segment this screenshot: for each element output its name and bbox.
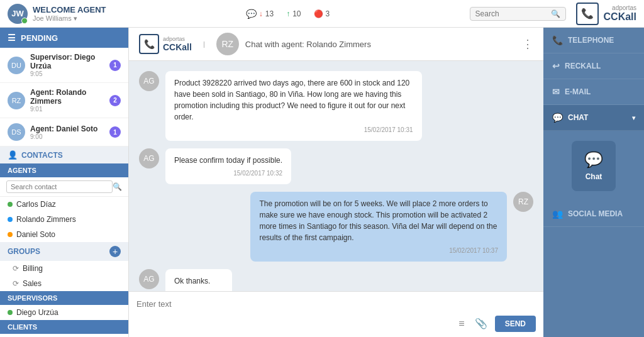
agents-header: AGENTS	[0, 163, 128, 177]
message-row-1: AG Product 3928220 arrived two days ago,…	[139, 71, 533, 141]
header-search[interactable]: 🔍	[470, 7, 566, 21]
chat-toolbar: ≡ 📎 SEND	[136, 315, 536, 332]
message-row-2: AG Please confirm today if possible. 15/…	[139, 148, 533, 184]
chat-logo-sub: adportas	[163, 36, 192, 42]
list-tool-button[interactable]: ≡	[456, 316, 467, 332]
right-nav-chat[interactable]: 💬 CHAT ▾	[543, 105, 644, 131]
social-icon: 👥	[552, 209, 563, 219]
pending-time-1: 9:05	[30, 70, 109, 77]
logo-area: adportas CCKall	[604, 4, 636, 23]
chat-logo-icon: 📞	[139, 34, 159, 54]
agents-label: AGENTS	[8, 167, 36, 174]
chat-agent-avatar: RZ	[216, 33, 239, 55]
email-icon: ✉	[552, 87, 560, 97]
contact-dot-2	[8, 217, 13, 222]
groups-header: GROUPS +	[0, 242, 128, 261]
clients-label: CLIENTS	[8, 323, 37, 331]
search-box[interactable]: 🔍	[0, 177, 128, 197]
contact-name-1: Carlos Díaz	[16, 200, 56, 209]
contacts-header: 👤 CONTACTS	[0, 146, 128, 163]
no-clients-text: No connected customers	[0, 334, 128, 337]
chat-header-left: 📞 adportas CCKall | RZ Chat with agent: …	[139, 33, 371, 55]
contact-item-3[interactable]: Daniel Soto	[0, 227, 128, 242]
message-bubble-2: Please confirm today if possible. 15/02/…	[165, 148, 291, 184]
chat-nav-label: CHAT	[568, 113, 588, 122]
search-contact-icon: 🔍	[113, 182, 122, 191]
chat-nav-arrow: ▾	[632, 114, 635, 121]
chat-logo: 📞 adportas CCKall	[139, 34, 192, 54]
header-stats: 💬 ↓ 13 ↑ 10 🔴 3	[106, 9, 470, 19]
groups-label: GROUPS	[8, 247, 40, 256]
right-nav-email[interactable]: ✉ E-MAIL	[543, 79, 644, 105]
chat-title: Chat with agent: Rolando Zimmers	[245, 40, 371, 49]
supervisors-header: SUPERVISORS	[0, 291, 128, 305]
pending-avatar-1: DU	[8, 57, 25, 74]
attach-tool-button[interactable]: 📎	[472, 315, 490, 332]
chat-widget-area: 💬 Chat	[543, 131, 644, 201]
pending-badge-3: 1	[109, 126, 121, 138]
add-group-button[interactable]: +	[109, 246, 121, 257]
social-label: SOCIAL MEDIA	[568, 209, 623, 218]
right-nav-social[interactable]: 👥 SOCIAL MEDIA	[543, 201, 644, 227]
chat-widget-label: Chat	[586, 172, 602, 181]
message-time-1: 15/02/2017 10:31	[174, 125, 413, 135]
message-row-4: AG Ok thanks. 15/02/2017 10:38	[139, 269, 533, 291]
pending-time-3: 9:00	[30, 133, 109, 140]
contact-dot-1	[8, 202, 13, 207]
group-item-1[interactable]: ⟳ Billing	[0, 261, 128, 276]
status-dot	[21, 18, 28, 24]
search-input[interactable]	[475, 9, 551, 18]
chat-more-button[interactable]: ⋮	[522, 37, 533, 51]
agent-name: WELCOME AGENT	[33, 5, 106, 14]
send-button[interactable]: SEND	[495, 316, 536, 332]
group-item-2[interactable]: ⟳ Sales	[0, 276, 128, 291]
chat-header: 📞 adportas CCKall | RZ Chat with agent: …	[129, 28, 543, 61]
supervisors-label: SUPERVISORS	[8, 294, 57, 302]
search-icon: 🔍	[551, 9, 560, 18]
message-avatar-4: AG	[139, 269, 159, 289]
alert-icon: 🔴	[314, 9, 323, 18]
message-time-3: 15/02/2017 10:37	[259, 246, 498, 255]
supervisor-item-1[interactable]: Diego Urzúa	[0, 305, 128, 320]
group-name-2: Sales	[23, 279, 42, 288]
contacts-label: CONTACTS	[21, 151, 63, 160]
message-bubble-1: Product 3928220 arrived two days ago, th…	[165, 71, 422, 141]
telephone-icon: 📞	[552, 35, 563, 45]
stat-chat: 💬 ↓ 13	[246, 9, 274, 19]
reckall-label: RECKALL	[565, 62, 601, 70]
stat-up: ↑ 10	[286, 9, 301, 18]
group-name-1: Billing	[23, 264, 43, 273]
pending-item-3[interactable]: DS Agent: Daniel Soto 9:00 1	[0, 118, 128, 146]
contacts-icon: 👤	[8, 150, 18, 160]
supervisor-name-1: Diego Urzúa	[16, 308, 58, 317]
contact-search-input[interactable]	[6, 180, 113, 193]
message-avatar-3: RZ	[513, 192, 533, 212]
pending-item-1[interactable]: DU Supervisor: Diego Urzúa 9:05 1	[0, 48, 128, 83]
pending-info-2: Agent: Rolando Zimmers 9:01	[30, 88, 109, 113]
pending-avatar-3: DS	[8, 123, 25, 141]
chat-area: 📞 adportas CCKall | RZ Chat with agent: …	[129, 28, 543, 337]
chat-nav-icon: 💬	[552, 113, 563, 123]
chat-widget-button[interactable]: 💬 Chat	[572, 141, 616, 191]
right-sidebar: 📞 TELEPHONE ↩ RECKALL ✉ E-MAIL 💬 CHAT ▾ …	[543, 28, 644, 337]
pending-icon: ☰	[8, 33, 16, 43]
chat-text-input[interactable]	[136, 297, 536, 311]
telephone-label: TELEPHONE	[568, 36, 614, 45]
message-avatar-1: AG	[139, 71, 159, 91]
header-right: 📞 adportas CCKall	[576, 3, 636, 25]
contact-item-1[interactable]: Carlos Díaz	[0, 197, 128, 212]
reckall-icon: ↩	[552, 61, 560, 71]
group-icon-2: ⟳	[13, 279, 19, 288]
contact-name-2: Rolando Zimmers	[16, 215, 76, 224]
pending-badge-2: 2	[109, 95, 121, 106]
main-layout: ☰ PENDING DU Supervisor: Diego Urzúa 9:0…	[0, 28, 644, 337]
pending-name-1: Supervisor: Diego Urzúa	[30, 53, 109, 70]
right-nav-reckall[interactable]: ↩ RECKALL	[543, 53, 644, 79]
right-nav-telephone[interactable]: 📞 TELEPHONE	[543, 28, 644, 53]
contact-name-3: Daniel Soto	[16, 230, 55, 239]
pending-info-3: Agent: Daniel Soto 9:00	[30, 124, 109, 140]
contact-dot-3	[8, 232, 13, 237]
pending-label: PENDING	[21, 33, 58, 43]
contact-item-2[interactable]: Rolando Zimmers	[0, 212, 128, 227]
pending-item-2[interactable]: RZ Agent: Rolando Zimmers 9:01 2	[0, 83, 128, 118]
